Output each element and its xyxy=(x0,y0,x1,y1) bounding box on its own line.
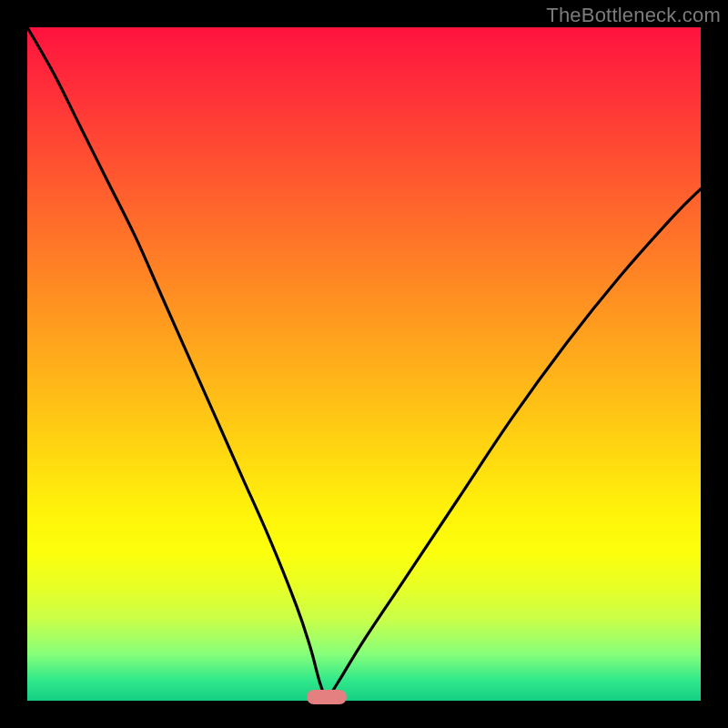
optimal-region-marker xyxy=(307,690,347,704)
bottleneck-curve xyxy=(27,27,701,697)
watermark-text: TheBottleneck.com xyxy=(546,4,721,27)
plot-area xyxy=(27,27,701,701)
chart-frame: TheBottleneck.com xyxy=(0,0,728,728)
curve-layer xyxy=(27,27,701,701)
